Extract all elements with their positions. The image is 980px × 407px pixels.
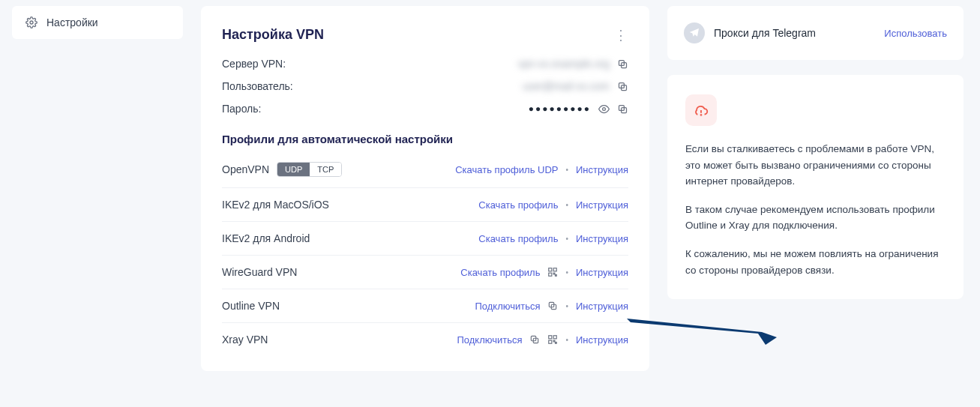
instruction-link[interactable]: Инструкция — [576, 301, 628, 312]
vpn-server-row: Сервер VPN: vpn-xx.example.org — [222, 58, 628, 70]
connect-link[interactable]: Подключиться — [457, 334, 522, 346]
svg-rect-12 — [556, 275, 557, 277]
telegram-icon — [684, 22, 705, 43]
bullet-separator: • — [565, 268, 568, 277]
instruction-link[interactable]: Инструкция — [576, 334, 628, 346]
profile-row-ikev2-mac: IKEv2 для MacOS/iOS Скачать профиль • Ин… — [222, 188, 628, 222]
telegram-proxy-card: Прокси для Telegram Использовать — [667, 6, 964, 60]
card-title: Настройка VPN — [222, 27, 324, 43]
vpn-settings-card: Настройка VPN ⋮ Сервер VPN: vpn-xx.examp… — [201, 6, 649, 371]
copy-icon[interactable] — [617, 103, 628, 115]
vpn-server-label: Сервер VPN: — [222, 58, 286, 70]
instruction-link[interactable]: Инструкция — [576, 164, 628, 175]
svg-rect-11 — [554, 273, 556, 274]
profile-row-xray: Xray VPN Подключиться • Инструкция — [222, 323, 628, 356]
download-profile-link[interactable]: Скачать профиль UDP — [455, 164, 558, 175]
notice-paragraph: К сожалению, мы не можем повлиять на огр… — [685, 246, 946, 278]
profile-name: IKEv2 для Android — [222, 232, 310, 244]
qr-icon[interactable] — [547, 267, 558, 277]
profile-row-openvpn: OpenVPN UDP TCP Скачать профиль UDP • Ин… — [222, 151, 628, 188]
protocol-toggle: UDP TCP — [277, 162, 342, 177]
telegram-use-link[interactable]: Использовать — [884, 28, 947, 39]
main-column: Настройка VPN ⋮ Сервер VPN: vpn-xx.examp… — [201, 0, 649, 371]
vpn-notice-card: Если вы сталкиваетесь с проблемами в раб… — [667, 75, 964, 299]
sidebar-item-label: Настройки — [46, 16, 98, 28]
svg-rect-17 — [549, 336, 552, 339]
cloud-alert-icon — [685, 94, 717, 126]
vpn-password-row: Пароль: ●●●●●●●●● — [222, 103, 628, 115]
bullet-separator: • — [565, 166, 568, 174]
svg-rect-18 — [554, 336, 557, 339]
sidebar: Настройки — [12, 0, 183, 371]
download-profile-link[interactable]: Скачать профиль — [478, 199, 558, 211]
instruction-link[interactable]: Инструкция — [576, 233, 628, 244]
eye-icon[interactable] — [598, 103, 610, 115]
profile-name: IKEv2 для MacOS/iOS — [222, 199, 329, 211]
svg-point-23 — [701, 115, 702, 115]
profile-name: Outline VPN — [222, 300, 280, 312]
instruction-link[interactable]: Инструкция — [576, 199, 628, 211]
notice-paragraph: В таком случае рекомендуем использовать … — [685, 202, 946, 234]
profile-name: Xray VPN — [222, 334, 268, 346]
vpn-server-value: vpn-xx.example.org — [518, 58, 610, 70]
svg-rect-10 — [549, 273, 552, 276]
svg-point-0 — [30, 21, 33, 24]
bullet-separator: • — [565, 201, 568, 209]
copy-icon[interactable] — [529, 334, 540, 345]
vpn-password-label: Пароль: — [222, 103, 261, 115]
profile-row-wireguard: WireGuard VPN Скачать профиль • Инструкц… — [222, 256, 628, 289]
right-column: Прокси для Telegram Использовать Если вы… — [667, 6, 964, 371]
svg-point-5 — [603, 107, 606, 110]
svg-rect-21 — [556, 343, 557, 344]
profile-name: OpenVPN — [222, 163, 269, 175]
bullet-separator: • — [565, 302, 568, 310]
profile-row-ikev2-android: IKEv2 для Android Скачать профиль • Инст… — [222, 222, 628, 256]
toggle-tcp[interactable]: TCP — [310, 163, 341, 176]
bullet-separator: • — [565, 235, 568, 243]
svg-rect-19 — [549, 340, 552, 343]
vpn-user-row: Пользователь: user@mail-xx.com — [222, 80, 628, 92]
toggle-udp[interactable]: UDP — [277, 163, 310, 176]
profile-row-outline: Outline VPN Подключиться • Инструкция — [222, 289, 628, 323]
copy-icon[interactable] — [547, 301, 558, 311]
svg-rect-20 — [554, 340, 556, 342]
vpn-password-mask: ●●●●●●●●● — [529, 103, 591, 114]
more-menu-icon[interactable]: ⋮ — [614, 28, 628, 42]
svg-rect-8 — [549, 268, 552, 271]
instruction-link[interactable]: Инструкция — [576, 267, 628, 278]
bullet-separator: • — [565, 336, 568, 344]
vpn-user-value: user@mail-xx.com — [523, 80, 610, 92]
notice-paragraph: Если вы сталкиваетесь с проблемами в раб… — [685, 141, 946, 190]
qr-icon[interactable] — [547, 334, 558, 345]
profile-name: WireGuard VPN — [222, 266, 297, 278]
download-profile-link[interactable]: Скачать профиль — [478, 233, 558, 244]
vpn-user-label: Пользователь: — [222, 80, 293, 92]
copy-icon[interactable] — [617, 58, 628, 70]
gear-icon — [25, 16, 37, 28]
connect-link[interactable]: Подключиться — [475, 301, 540, 312]
copy-icon[interactable] — [617, 81, 628, 92]
download-profile-link[interactable]: Скачать профиль — [460, 267, 540, 278]
svg-rect-9 — [554, 268, 557, 271]
profiles-section-title: Профили для автоматической настройки — [222, 133, 628, 145]
sidebar-item-settings[interactable]: Настройки — [12, 6, 183, 39]
telegram-title: Прокси для Telegram — [714, 27, 816, 39]
